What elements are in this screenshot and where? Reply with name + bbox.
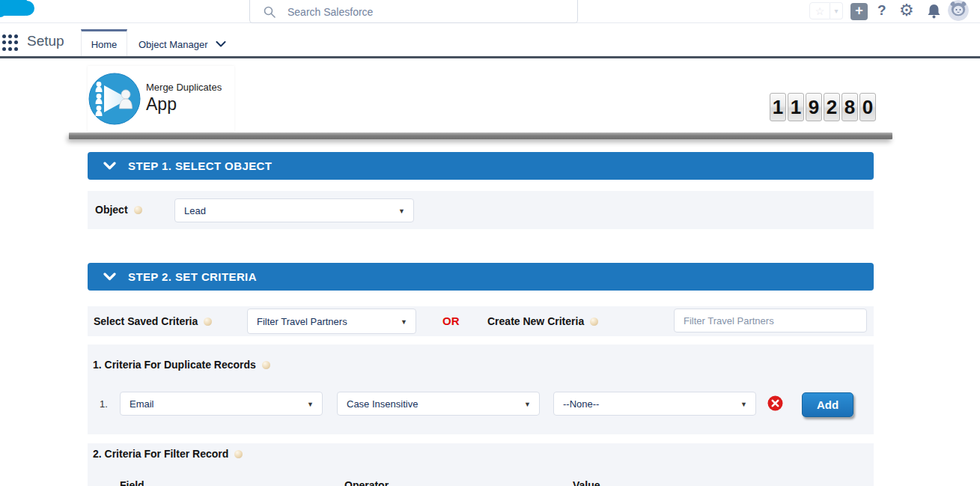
tab-object-manager-label: Object Manager: [139, 39, 208, 50]
search-icon: [264, 6, 276, 18]
help-icon[interactable]: [590, 318, 598, 326]
or-label: OR: [442, 315, 460, 327]
filter-criteria-title: 2. Criteria For Filter Record: [93, 448, 243, 460]
criteria-row-index: 1.: [100, 398, 108, 410]
salesforce-logo-icon: [0, 0, 37, 25]
help-icon[interactable]: [234, 450, 243, 458]
help-question-icon[interactable]: ?: [877, 2, 886, 19]
step1-title: STEP 1. SELECT OBJECT: [128, 160, 272, 172]
help-icon[interactable]: [204, 318, 212, 326]
nav-divider: [0, 56, 980, 58]
saved-criteria-select[interactable]: Filter Travel Partners ▼: [247, 309, 416, 334]
tab-home-label: Home: [91, 39, 118, 50]
dup-field-select[interactable]: Email ▼: [120, 392, 323, 416]
visitor-counter: 1 1 9 2 8 0: [770, 93, 877, 121]
setup-gear-icon[interactable]: ⚙: [899, 1, 914, 20]
top-utility-bar: ☆ ▾ + ? ⚙: [0, 0, 980, 23]
create-new-criteria-label: Create New Criteria: [487, 315, 598, 327]
help-icon[interactable]: [134, 206, 142, 214]
tab-object-manager[interactable]: Object Manager: [128, 31, 237, 57]
counter-digit: 1: [788, 93, 804, 121]
chevron-down-icon: [216, 41, 226, 47]
setup-title: Setup: [27, 33, 64, 49]
tab-home[interactable]: Home: [81, 29, 127, 57]
duplicate-criteria-title: 1. Criteria For Duplicate Records: [93, 359, 270, 371]
setup-nav-bar: Setup Home Object Manager: [0, 23, 980, 57]
select-saved-criteria-label: Select Saved Criteria: [94, 315, 212, 327]
user-avatar[interactable]: [948, 0, 969, 21]
search-input[interactable]: [286, 5, 544, 19]
dropdown-arrow-icon: ▼: [307, 401, 314, 408]
object-label: Object: [95, 204, 142, 216]
counter-digit: 0: [859, 93, 876, 121]
dup-match-type-select[interactable]: Case Insensitive ▼: [337, 392, 540, 416]
notifications-bell-icon[interactable]: [927, 4, 941, 22]
dropdown-arrow-icon: ▼: [401, 318, 407, 326]
counter-digit: 2: [824, 93, 840, 121]
counter-digit: 8: [841, 93, 858, 121]
counter-digit: 1: [770, 93, 786, 121]
step2-title: STEP 2. SET CRITERIA: [128, 270, 257, 283]
step1-header[interactable]: STEP 1. SELECT OBJECT: [88, 152, 874, 180]
counter-digit: 9: [806, 93, 822, 121]
app-launcher-icon[interactable]: [2, 34, 19, 51]
favorites-star-icon[interactable]: ☆: [809, 2, 830, 19]
app-title-line2: App: [146, 94, 177, 115]
column-header-value: Value: [573, 479, 600, 486]
dropdown-arrow-icon: ▼: [524, 401, 531, 408]
column-header-field: Field: [120, 479, 144, 486]
create-new-criteria-input[interactable]: [674, 309, 867, 332]
dropdown-arrow-icon: ▼: [398, 207, 405, 215]
header-divider-bar: [69, 133, 892, 139]
chevron-down-icon: [103, 273, 116, 281]
chevron-down-icon: [103, 162, 116, 170]
delete-row-icon[interactable]: [767, 395, 783, 411]
duplicate-criteria-section: [88, 344, 874, 434]
dropdown-arrow-icon: ▼: [740, 401, 747, 408]
step2-header[interactable]: STEP 2. SET CRITERIA: [88, 263, 874, 291]
add-criteria-button[interactable]: Add: [802, 392, 853, 417]
favorites-dropdown-icon[interactable]: ▾: [830, 2, 843, 19]
dup-value-select[interactable]: --None-- ▼: [553, 392, 756, 416]
column-header-operator: Operator: [344, 479, 389, 486]
object-select[interactable]: Lead ▼: [174, 198, 414, 222]
merge-duplicates-setup-page: ☆ ▾ + ? ⚙: [0, 0, 980, 486]
global-search: [249, 0, 578, 23]
merge-duplicates-app-icon: [88, 73, 141, 125]
favorites-group: ☆ ▾: [809, 2, 843, 19]
app-title-line1: Merge Duplicates: [146, 82, 222, 93]
help-icon[interactable]: [262, 361, 270, 369]
global-add-icon[interactable]: +: [850, 3, 868, 20]
app-header-card: Merge Duplicates App: [88, 66, 234, 132]
